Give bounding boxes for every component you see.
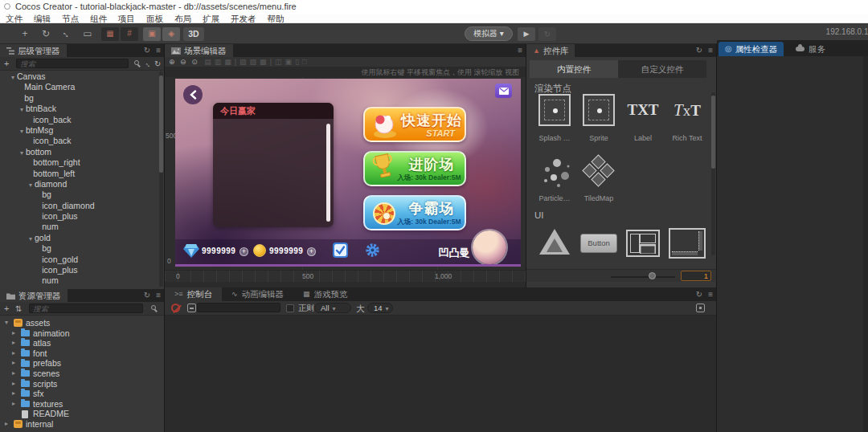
- lib-item-Sprite[interactable]: [577, 94, 620, 126]
- panel-menu-icon[interactable]: ≡: [708, 45, 713, 56]
- zoom-slider-thumb[interactable]: [649, 272, 656, 279]
- open-log-icon[interactable]: [696, 304, 705, 312]
- play-button[interactable]: ▶: [518, 27, 535, 41]
- expand-arrow-icon[interactable]: ▾: [11, 74, 14, 81]
- menu-item-节点[interactable]: 节点: [56, 14, 84, 23]
- refresh-icon[interactable]: ↻: [144, 45, 150, 56]
- menu-item-面板[interactable]: 面板: [141, 14, 169, 23]
- panel-menu-icon[interactable]: ≡: [156, 45, 161, 56]
- asset-assets[interactable]: ▾assets: [0, 318, 161, 328]
- tree-node-icon_diamond[interactable]: icon_diamond: [0, 201, 159, 211]
- asset-prefabs[interactable]: ▸prefabs: [0, 358, 161, 369]
- menu-item-项目[interactable]: 项目: [113, 14, 141, 23]
- expand-arrow-icon[interactable]: ▸: [12, 328, 18, 339]
- ui-item-triangle[interactable]: [533, 227, 576, 255]
- tree-node-icon_back[interactable]: icon_back: [0, 115, 159, 125]
- tree-node-bottom_right[interactable]: bottom_right: [0, 157, 159, 168]
- move-tool-icon[interactable]: +: [16, 26, 34, 41]
- tab-inspector[interactable]: ◎ 属性检查器: [719, 42, 784, 56]
- tab-hierarchy[interactable]: 层级管理器: [0, 44, 67, 57]
- expand-arrow-icon[interactable]: ▾: [29, 181, 32, 189]
- expand-arrow-icon[interactable]: ▾: [20, 149, 23, 157]
- tab-console-0[interactable]: >≡控制台: [165, 287, 222, 301]
- ui-item-button[interactable]: Button: [577, 227, 620, 253]
- inspector-scrollbar[interactable]: [863, 56, 868, 432]
- search-icon[interactable]: [134, 60, 139, 65]
- add-node-button[interactable]: +: [4, 59, 9, 69]
- panel-menu-icon[interactable]: ≡: [708, 289, 713, 300]
- tree-node-icon_plus[interactable]: icon_plus: [0, 211, 159, 222]
- tree-node-num[interactable]: num: [0, 222, 159, 232]
- asset-atlas[interactable]: ▸atlas: [0, 338, 161, 348]
- zoom-out-icon[interactable]: ⊖: [180, 58, 186, 66]
- refresh-icon[interactable]: ↻: [144, 290, 150, 301]
- expand-arrow-icon[interactable]: ▸: [12, 399, 18, 410]
- scale-tool-icon[interactable]: ↔: [58, 26, 76, 41]
- asset-scenes[interactable]: ▸scenes: [0, 369, 161, 379]
- tree-node-icon_back[interactable]: icon_back: [0, 136, 159, 146]
- tree-node-bottom[interactable]: ▾bottom: [0, 147, 159, 157]
- grid-toggle-b-icon[interactable]: #: [121, 27, 138, 41]
- gizmo-toggle-a-icon[interactable]: ▣: [143, 27, 161, 41]
- tasks-button[interactable]: [333, 242, 348, 258]
- lib-item-TiledMap[interactable]: [577, 154, 620, 186]
- tab-scene[interactable]: 场景编辑器: [165, 44, 233, 57]
- sort-icon[interactable]: ⇅: [15, 304, 22, 314]
- menu-item-扩展[interactable]: 扩展: [197, 14, 225, 23]
- library-tab-1[interactable]: 自定义控件: [618, 60, 706, 78]
- regex-checkbox[interactable]: [286, 304, 294, 312]
- tab-library[interactable]: ▲ 控件库: [526, 44, 575, 57]
- expand-arrow-icon[interactable]: ▾: [20, 106, 23, 113]
- mail-button[interactable]: [495, 84, 512, 98]
- menu-item-编辑[interactable]: 编辑: [28, 14, 56, 23]
- library-scrollbar[interactable]: [711, 92, 715, 255]
- tree-node-icon_plus[interactable]: icon_plus: [0, 265, 159, 275]
- zoom-slider-track[interactable]: [611, 276, 675, 278]
- library-tab-0[interactable]: 内置控件: [530, 60, 618, 78]
- expand-arrow-icon[interactable]: ▸: [12, 369, 18, 379]
- expand-arrow-icon[interactable]: ▸: [12, 358, 18, 369]
- panel-menu-icon[interactable]: ≡: [518, 45, 522, 56]
- assets-search-input[interactable]: [29, 304, 143, 313]
- lib-item-Particle…[interactable]: [533, 154, 576, 186]
- tree-node-bg[interactable]: bg: [0, 93, 159, 104]
- tree-node-bg[interactable]: bg: [0, 190, 159, 200]
- lib-item-Label[interactable]: TXT: [621, 94, 665, 126]
- refresh-preview-button[interactable]: ↻: [538, 27, 556, 41]
- menu-item-组件[interactable]: 组件: [84, 14, 113, 23]
- add-diamond-button[interactable]: +: [240, 247, 248, 256]
- ui-item-scrollview[interactable]: [665, 227, 709, 259]
- zoom-in-icon[interactable]: ⊕: [169, 58, 175, 66]
- panel-menu-icon[interactable]: ≡: [156, 290, 161, 301]
- asset-internal[interactable]: ▸internal: [0, 419, 161, 430]
- console-search-input[interactable]: [197, 303, 280, 312]
- tree-node-gold[interactable]: ▾gold: [0, 233, 159, 243]
- asset-sfx[interactable]: ▸sfx: [0, 389, 161, 399]
- hierarchy-scrollbar[interactable]: [159, 71, 163, 287]
- collapse-log-icon[interactable]: [187, 304, 196, 312]
- menu-item-布局[interactable]: 布局: [169, 14, 197, 23]
- game-button-进阶场[interactable]: 进阶场入场: 30k Dealer:5M: [363, 151, 466, 186]
- expand-arrow-icon[interactable]: ▾: [29, 235, 32, 242]
- game-button-争霸场[interactable]: 争霸场入场: 30k Dealer:5M: [363, 195, 466, 230]
- grid-toggle-a-icon[interactable]: ▦: [101, 27, 119, 41]
- add-gold-button[interactable]: +: [307, 247, 316, 256]
- asset-animation[interactable]: ▸animation: [0, 328, 161, 339]
- expand-arrow-icon[interactable]: ▸: [12, 338, 18, 348]
- mode-3d-button[interactable]: 3D: [183, 27, 204, 41]
- log-filter-dropdown[interactable]: All▾: [314, 303, 351, 313]
- zoom-reset-icon[interactable]: ⊙: [191, 58, 198, 66]
- simulator-dropdown[interactable]: 模拟器 ▾: [465, 26, 513, 41]
- expand-arrow-icon[interactable]: ▾: [5, 318, 11, 328]
- asset-README[interactable]: README: [0, 409, 161, 419]
- back-button[interactable]: [183, 85, 203, 104]
- tree-node-btnBack[interactable]: ▾btnBack: [0, 104, 159, 114]
- tree-node-Main Camera[interactable]: Main Camera: [0, 82, 159, 92]
- tree-node-num[interactable]: num: [0, 275, 159, 286]
- refresh-icon[interactable]: ↻: [696, 45, 702, 56]
- tree-node-bottom_left[interactable]: bottom_left: [0, 169, 159, 179]
- zoom-value-input[interactable]: 1: [681, 271, 711, 281]
- rect-tool-icon[interactable]: ▭: [79, 26, 96, 41]
- tree-node-diamond[interactable]: ▾diamond: [0, 179, 159, 190]
- lib-item-Rich Text[interactable]: TxT: [665, 94, 709, 127]
